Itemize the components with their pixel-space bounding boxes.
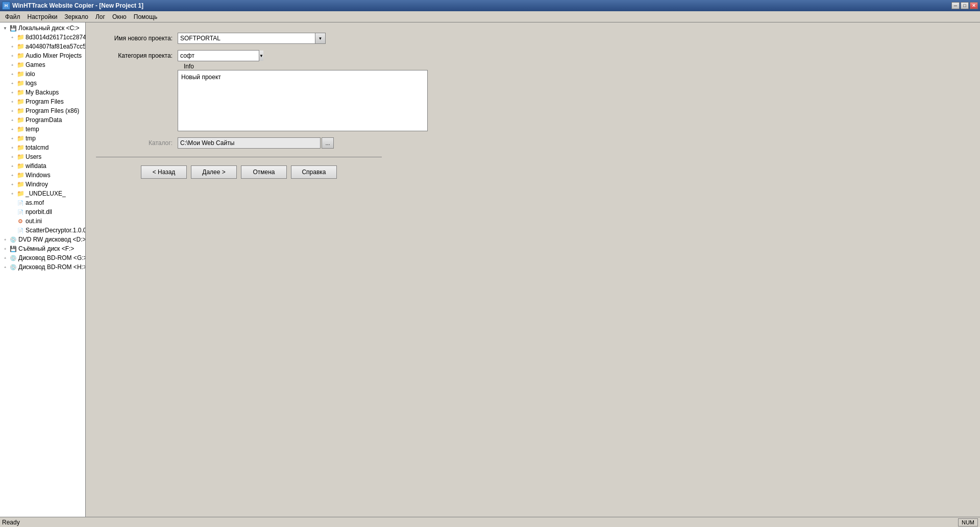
tree-toggle[interactable]: + xyxy=(8,52,16,60)
list-item[interactable]: + 📁 Windroy xyxy=(0,180,85,189)
folder-icon: 📁 xyxy=(16,70,24,78)
browse-button[interactable]: ... xyxy=(322,137,334,149)
folder-icon: 📁 xyxy=(16,125,24,133)
tree-toggle[interactable]: + xyxy=(8,98,16,106)
next-button[interactable]: Далее > xyxy=(191,165,237,179)
list-item[interactable]: + 📁 Program Files (x86) xyxy=(0,106,85,115)
list-item[interactable]: + 📁 totalcmd xyxy=(0,143,85,152)
menu-log[interactable]: Лог xyxy=(92,12,108,21)
menu-help[interactable]: Помощь xyxy=(131,12,160,21)
tree-label: Съёмный диск <F:> xyxy=(18,245,74,252)
list-item[interactable]: + 📁 Audio Mixer Projects xyxy=(0,51,85,60)
tree-toggle[interactable]: + xyxy=(8,79,16,87)
tree-label: logs xyxy=(26,80,37,87)
list-item[interactable]: 📄 nporbit.dll xyxy=(0,207,85,217)
tree-toggle[interactable]: + xyxy=(8,88,16,97)
help-button[interactable]: Справка xyxy=(291,165,337,179)
tree-toggle[interactable]: + xyxy=(8,61,16,69)
dvd-drive-icon: 💿 xyxy=(9,235,17,244)
folder-icon: 📁 xyxy=(16,189,24,198)
tree-toggle[interactable]: + xyxy=(8,42,16,51)
list-item[interactable]: + 📁 Users xyxy=(0,152,85,161)
back-button[interactable]: < Назад xyxy=(141,165,187,179)
bd-drive-h-icon: 💿 xyxy=(9,263,17,271)
list-item[interactable]: + 📁 tmp xyxy=(0,134,85,143)
tree-item-drive-f[interactable]: + 💾 Съёмный диск <F:> xyxy=(0,244,85,253)
catalog-input[interactable] xyxy=(178,137,321,149)
list-item[interactable]: ⚙ out.ini xyxy=(0,217,85,226)
list-item[interactable]: + 📁 wifidata xyxy=(0,161,85,171)
list-item[interactable]: + 📁 a404807faf81ea57cc52 xyxy=(0,42,85,51)
folder-icon: 📁 xyxy=(16,116,24,124)
tree-toggle[interactable]: + xyxy=(1,235,9,244)
info-group-title: Info xyxy=(182,63,196,70)
tree-label: a404807faf81ea57cc52 xyxy=(26,43,86,50)
tree-toggle[interactable]: + xyxy=(8,171,16,179)
list-item[interactable]: 📄 ScatterDecryptor.1.0.0. xyxy=(0,226,85,235)
tree-label: out.ini xyxy=(26,218,42,225)
list-item[interactable]: + 📁 ProgramData xyxy=(0,115,85,125)
tree-label: Program Files (x86) xyxy=(26,107,79,114)
folder-icon: 📁 xyxy=(16,171,24,179)
list-item[interactable]: + 📁 Games xyxy=(0,60,85,69)
menu-settings[interactable]: Настройки xyxy=(24,12,61,21)
folder-icon: 📁 xyxy=(16,180,24,188)
list-item[interactable]: + 📁 Windows xyxy=(0,171,85,180)
tree-toggle[interactable]: ▼ xyxy=(1,24,9,32)
tree-toggle[interactable]: + xyxy=(8,143,16,152)
tree-toggle[interactable]: + xyxy=(8,134,16,142)
menu-bar: Файл Настройки Зеркало Лог Окно Помощь xyxy=(0,11,980,22)
tree-toggle[interactable]: + xyxy=(8,180,16,188)
tree-label: Локальный диск <C:> xyxy=(18,25,80,32)
list-item[interactable]: + 📁 8d3014d26171cc2874c xyxy=(0,33,85,42)
tree-toggle[interactable]: + xyxy=(8,107,16,115)
minimize-button[interactable]: ─ xyxy=(951,2,960,9)
button-row: < Назад Далее > Отмена Справка xyxy=(96,165,382,179)
menu-window[interactable]: Окно xyxy=(109,12,130,21)
tree-item-drive-d[interactable]: + 💿 DVD RW дисковод <D:> xyxy=(0,235,85,244)
folder-icon: 📁 xyxy=(16,98,24,106)
folder-icon: 📁 xyxy=(16,162,24,170)
tree-toggle[interactable]: + xyxy=(8,189,16,198)
tree-item-drive-c[interactable]: ▼ 💾 Локальный диск <C:> xyxy=(0,23,85,33)
category-dropdown[interactable]: ▼ xyxy=(178,50,259,61)
tree-toggle[interactable]: + xyxy=(1,254,9,262)
tree-toggle[interactable]: + xyxy=(8,116,16,124)
category-row: Категория проекта: ▼ xyxy=(96,50,382,61)
category-dropdown-btn[interactable]: ▼ xyxy=(259,51,263,61)
tree-label: _UNDELUXE_ xyxy=(26,190,66,197)
folder-icon: 📁 xyxy=(16,153,24,161)
numlock-indicator: NUM xyxy=(958,518,978,526)
tree-toggle[interactable]: + xyxy=(1,263,9,271)
tree-toggle[interactable]: + xyxy=(8,33,16,41)
catalog-row: Каталог: ... xyxy=(96,137,382,149)
list-item[interactable]: + 📁 temp xyxy=(0,125,85,134)
tree-toggle[interactable]: + xyxy=(8,162,16,170)
maximize-button[interactable]: □ xyxy=(961,2,969,9)
form-separator xyxy=(96,157,382,157)
list-item[interactable]: + 📁 Program Files xyxy=(0,97,85,106)
close-button[interactable]: ✕ xyxy=(970,2,978,9)
menu-file[interactable]: Файл xyxy=(2,12,23,21)
tree-label: tmp xyxy=(26,135,36,142)
tree-toggle[interactable]: + xyxy=(8,125,16,133)
list-item[interactable]: + 📁 My Backups xyxy=(0,88,85,97)
list-item[interactable]: + 📁 iolo xyxy=(0,69,85,79)
list-item[interactable]: 📄 as.mof xyxy=(0,198,85,207)
project-name-dropdown[interactable]: ▼ xyxy=(178,33,326,44)
tree-toggle[interactable]: + xyxy=(1,245,9,253)
category-input[interactable] xyxy=(178,52,259,59)
catalog-label: Каталог: xyxy=(96,139,178,147)
tree-item-drive-g[interactable]: + 💿 Дисковод BD-ROM <G:> xyxy=(0,253,85,262)
list-item[interactable]: + 📁 logs xyxy=(0,79,85,88)
cancel-button[interactable]: Отмена xyxy=(241,165,287,179)
menu-mirror[interactable]: Зеркало xyxy=(61,12,91,21)
project-name-input[interactable] xyxy=(178,35,315,42)
tree-label: ScatterDecryptor.1.0.0. xyxy=(26,227,86,234)
tree-label: My Backups xyxy=(26,89,59,96)
tree-toggle[interactable]: + xyxy=(8,70,16,78)
tree-item-drive-h[interactable]: + 💿 Дисковод BD-ROM <H:> xyxy=(0,262,85,272)
list-item[interactable]: + 📁 _UNDELUXE_ xyxy=(0,189,85,198)
project-name-dropdown-btn[interactable]: ▼ xyxy=(315,33,325,43)
tree-toggle[interactable]: + xyxy=(8,153,16,161)
